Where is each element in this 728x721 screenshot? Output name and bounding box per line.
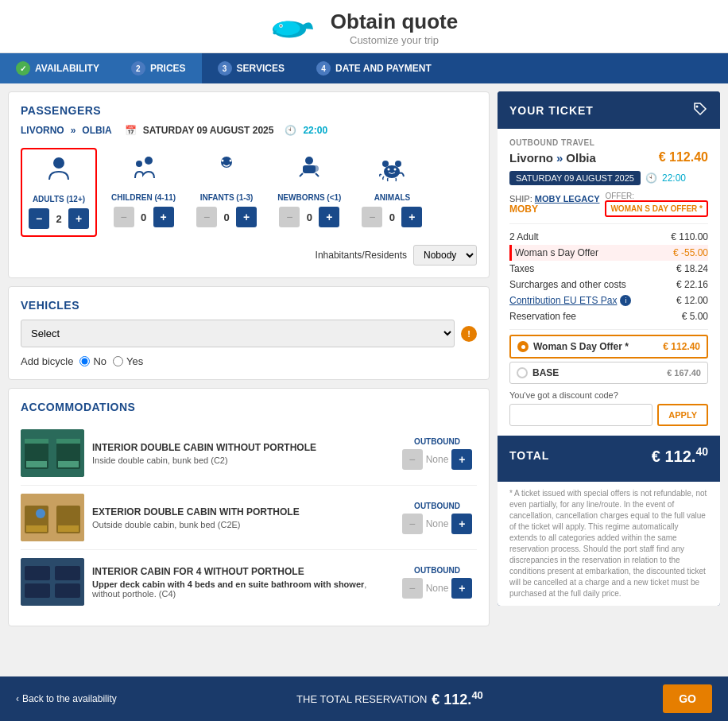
divider-2 <box>509 329 708 330</box>
adults-plus-button[interactable]: + <box>68 208 89 229</box>
svg-point-18 <box>395 161 401 167</box>
svg-point-9 <box>222 160 224 162</box>
step-date-payment[interactable]: 4 DATE AND PAYMENT <box>300 53 447 83</box>
accommodation-info-exterior-double: EXTERIOR DOUBLE CABIN WITH PORTHOLE Outs… <box>92 506 389 529</box>
residents-select[interactable]: Nobody <box>413 245 477 266</box>
svg-point-1 <box>273 21 300 35</box>
animals-plus-button[interactable]: + <box>401 207 422 227</box>
price-line-reservation: Reservation fee € 5.00 <box>509 308 708 324</box>
vehicles-title: VEHICLES <box>21 299 477 312</box>
offer-option-base[interactable]: BASE € 167.40 <box>509 362 708 384</box>
bicycle-no-radio[interactable] <box>79 356 90 366</box>
newborns-plus-button[interactable]: + <box>319 207 339 227</box>
step-availability[interactable]: ✓ AVAILABILITY <box>0 53 115 83</box>
infants-count: 0 <box>220 211 233 223</box>
route-from: LIVORNO <box>21 125 64 136</box>
accommodation-desc-interior-double: Inside double cabin, bunk bed (C2) <box>92 455 389 465</box>
tag-icon <box>692 101 708 119</box>
accommodation-img-interior-4 <box>21 558 84 606</box>
ship-name-link[interactable]: MOBY LEGACY <box>535 194 600 204</box>
infants-minus-button[interactable]: − <box>196 207 217 227</box>
offer-option-selected[interactable]: Woman S Day Offer * € 112.40 <box>509 335 708 359</box>
svg-point-11 <box>305 157 313 165</box>
svg-point-4 <box>281 25 283 26</box>
accommodation-controls-2: − None + <box>402 514 473 534</box>
svg-rect-34 <box>21 558 84 606</box>
ets-link[interactable]: Contribution EU ETS Pax <box>509 295 617 306</box>
page-title: Obtain quote <box>331 10 458 34</box>
disclaimer: * A ticket issued with special offers is… <box>498 482 720 606</box>
accommodation-right-exterior-double: OUTBOUND − None + <box>397 502 477 534</box>
accommodation-info-interior-4: INTERIOR CABIN FOR 4 WITHOUT PORTHOLE Up… <box>92 566 389 599</box>
accommodation-minus-button-3[interactable]: − <box>402 578 423 599</box>
step-prices[interactable]: 2 PRICES <box>115 53 202 83</box>
outbound-label-1: OUTBOUND <box>414 437 460 446</box>
total-price: € 112.40 <box>652 445 708 466</box>
route-to: OLBIA <box>82 125 111 136</box>
svg-rect-26 <box>26 461 47 467</box>
passengers-section: PASSENGERS LIVORNO » OLBIA 📅 SATURDAY 09… <box>8 91 490 278</box>
calendar-icon: 📅 <box>125 125 137 136</box>
children-label: CHILDREN (4-11) <box>111 193 176 202</box>
ticket-date-row: SATURDAY 09 AUGUST 2025 🕙 22:00 <box>509 171 708 185</box>
accommodation-plus-button-2[interactable]: + <box>451 514 472 534</box>
accommodation-plus-button-1[interactable]: + <box>451 449 472 470</box>
go-button[interactable]: GO <box>663 684 712 713</box>
infants-plus-button[interactable]: + <box>236 207 257 227</box>
accommodation-minus-button-2[interactable]: − <box>402 514 423 534</box>
back-arrow-icon: ‹ <box>16 693 19 704</box>
residents-label: Inhabitants/Residents <box>316 250 407 261</box>
accommodation-name-interior-4: INTERIOR CABIN FOR 4 WITHOUT PORTHOLE <box>92 566 389 577</box>
ticket-route-price: € 112.40 <box>659 150 708 165</box>
outbound-label-3: OUTBOUND <box>414 566 460 575</box>
radio-filled-icon <box>517 341 529 352</box>
infants-icon <box>214 154 239 188</box>
info-circle-icon: i <box>620 295 631 306</box>
step-services[interactable]: 3 SERVICES <box>202 53 300 83</box>
svg-rect-38 <box>55 583 80 598</box>
ticket-route-name: Livorno » Olbia <box>509 151 596 165</box>
svg-point-7 <box>136 161 142 167</box>
passenger-children: CHILDREN (4-11) − 0 + <box>105 148 182 234</box>
accommodations-section: ACCOMMODATIONS INTERIOR DOUBLE CABIN WIT… <box>8 388 490 626</box>
bicycle-no-option[interactable]: No <box>79 355 106 367</box>
vehicle-select[interactable]: Select <box>21 320 455 347</box>
step-num-prices: 2 <box>131 61 145 76</box>
route-time: 22:00 <box>303 125 327 136</box>
ticket-title: YOUR TICKET <box>509 104 594 117</box>
svg-rect-27 <box>58 461 79 467</box>
back-link[interactable]: ‹ Back to the availability <box>16 693 117 704</box>
ticket-header: YOUR TICKET <box>498 91 720 129</box>
passengers-row: ADULTS (12+) − 2 + CHILDREN (4-11) − <box>21 148 477 237</box>
check-icon: ✓ <box>16 61 30 76</box>
bicycle-yes-radio[interactable] <box>113 356 123 366</box>
ship-label: SHIP: <box>509 194 532 204</box>
discount-code-input[interactable] <box>509 404 652 426</box>
right-panel: YOUR TICKET OUTBOUND TRAVEL Livorno » Ol… <box>498 91 720 666</box>
children-controls: − 0 + <box>114 207 174 227</box>
total-reservation: THE TOTAL RESERVATION € 112.40 <box>296 689 483 708</box>
svg-rect-24 <box>25 439 48 444</box>
accommodation-info-interior-double: INTERIOR DOUBLE CABIN WITHOUT PORTHOLE I… <box>92 442 389 465</box>
newborns-minus-button[interactable]: − <box>279 207 300 227</box>
animals-minus-button[interactable]: − <box>362 207 382 227</box>
apply-button[interactable]: APPLY <box>657 404 708 426</box>
children-icon <box>131 154 157 188</box>
left-panel: PASSENGERS LIVORNO » OLBIA 📅 SATURDAY 09… <box>8 91 490 666</box>
bicycle-yes-option[interactable]: Yes <box>113 355 143 367</box>
svg-point-10 <box>230 160 232 162</box>
children-plus-button[interactable]: + <box>153 207 174 227</box>
accommodation-minus-button-1[interactable]: − <box>402 449 423 470</box>
ticket-clock-icon: 🕙 <box>645 172 657 184</box>
accommodation-qty-3: None <box>426 583 449 594</box>
accommodation-item-interior-double: INTERIOR DOUBLE CABIN WITHOUT PORTHOLE I… <box>21 421 477 486</box>
offer-box: OFFER: WOMAN S DAY OFFER * <box>605 192 708 217</box>
vehicle-info-icon[interactable]: ! <box>461 326 477 342</box>
price-line-adult: 2 Adult € 110.00 <box>509 229 708 245</box>
svg-point-20 <box>394 169 397 171</box>
accommodation-plus-button-3[interactable]: + <box>451 578 472 599</box>
price-line-surcharges: Surcharges and other costs € 22.16 <box>509 277 708 293</box>
svg-point-19 <box>388 169 390 171</box>
adults-minus-button[interactable]: − <box>29 208 49 229</box>
children-minus-button[interactable]: − <box>114 207 134 227</box>
